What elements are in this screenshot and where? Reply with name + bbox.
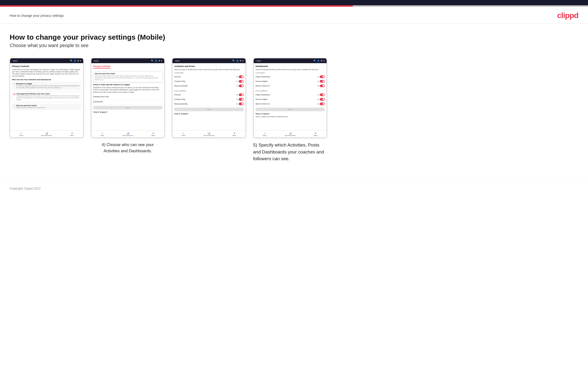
radio-only-you-coach[interactable]: Only You and Your Coach Only you and the…: [12, 103, 81, 110]
help-support-3: Help & Support: [174, 113, 244, 115]
search-icon-3[interactable]: 🔍: [232, 59, 235, 62]
user-icon-1[interactable]: 👤: [74, 59, 76, 62]
tab-menu-3[interactable]: ≡ Menu: [233, 132, 236, 136]
nav-icons-4: 🔍 👤 ⚙ ▾: [313, 59, 325, 62]
dashboards-chevron: ›: [162, 101, 162, 103]
tab-home-3[interactable]: ⌂ Home: [182, 132, 185, 136]
tab-home-2[interactable]: ⌂ Home: [101, 132, 104, 136]
save-button-3[interactable]: Save: [174, 108, 244, 111]
user-icon-4[interactable]: 👤: [317, 59, 320, 62]
menu-label-3: Menu: [233, 135, 236, 136]
followers-rounds-row: Rounds ON: [174, 92, 244, 97]
performance-label-3: My Performance: [204, 135, 214, 136]
radio-approved-followers[interactable]: Only Approved Followers and Your Coach O…: [12, 92, 81, 102]
menu-icon-3: ≡: [234, 132, 235, 134]
followers-round-insights-toggle[interactable]: ON: [317, 98, 325, 101]
more-icon-4[interactable]: ▾: [323, 59, 325, 62]
more-icon-1[interactable]: ▾: [80, 59, 81, 62]
coaches-player-dashboard-toggle[interactable]: ON: [317, 75, 325, 78]
on-label-fm: ON: [236, 103, 238, 105]
toggle-switch-cd[interactable]: [239, 80, 244, 83]
caption-1-2: 4) Choose who can see your Activities an…: [94, 142, 161, 154]
back-button-2[interactable]: ‹ Back: [93, 60, 99, 62]
dashboards-text-4: Select the dashboards that you'd like to…: [256, 68, 325, 71]
coaches-round-insights-label: Round Insights: [256, 80, 268, 82]
tab-performance-1[interactable]: 📊 My Performance: [41, 132, 52, 136]
screenshots-grid: ‹ Back 🔍 👤 ⚙ ▾ Privacy Controls Control …: [10, 58, 327, 162]
more-icon-2[interactable]: ▾: [161, 59, 162, 62]
save-button-2[interactable]: Save: [93, 106, 163, 109]
toggle-switch-fd[interactable]: [239, 98, 244, 101]
help-support-text-4: Visit our Clippd community to troublesho…: [256, 116, 325, 118]
search-icon-1[interactable]: 🔍: [70, 59, 73, 62]
show-hide-title-2: Show or hide specific features in Clippd: [93, 83, 163, 86]
privacy-tab-2[interactable]: Privacy Controls: [93, 65, 111, 68]
radio-label-everyone: Everyone on Clippd: [16, 83, 80, 84]
tab-menu-2[interactable]: ≡ Menu: [152, 132, 155, 136]
toggle-switch-cr[interactable]: [239, 75, 244, 78]
home-label-3: Home: [182, 135, 185, 136]
tab-menu-4[interactable]: ≡ Menu: [314, 132, 318, 136]
coaches-manual-row: Manual Activities ON: [174, 83, 244, 88]
tab-performance-3[interactable]: 📊 My Performance: [204, 132, 214, 136]
home-icon-4: ⌂: [264, 132, 266, 134]
settings-icon-3[interactable]: ⚙: [240, 59, 242, 62]
settings-icon-1[interactable]: ⚙: [77, 59, 79, 62]
tab-home-1[interactable]: ⌂ Home: [19, 132, 23, 136]
activities-posts-title-3: Activities and Posts: [174, 65, 244, 67]
back-button-3[interactable]: ‹ Back: [174, 60, 180, 62]
followers-player-dashboard-toggle[interactable]: ON: [317, 93, 325, 96]
tab-performance-2[interactable]: 📊 My Performance: [123, 132, 133, 136]
followers-drills-toggle[interactable]: ON: [236, 98, 244, 101]
on-label-cww: ON: [317, 85, 319, 87]
coaches-manual-toggle[interactable]: ON: [236, 84, 244, 87]
coaches-label-3: COACHES: [174, 72, 244, 74]
header: How to change your privacy settings clip…: [0, 7, 588, 24]
radio-desc-everyone: Everyone on Clippd can search for you an…: [16, 85, 80, 89]
performance-label-2: My Performance: [123, 135, 133, 136]
toggle-switch-cm[interactable]: [239, 84, 244, 87]
radio-everyone[interactable]: Everyone on Clippd Everyone on Clippd ca…: [12, 82, 81, 90]
on-label-cr: ON: [236, 76, 238, 78]
followers-manual-row: Manual Activities ON: [174, 102, 244, 106]
tab-menu-1[interactable]: ≡ Menu: [70, 132, 74, 136]
toggle-switch-cww[interactable]: [320, 84, 325, 87]
radio-circle-approved: [13, 93, 15, 95]
tab-home-4[interactable]: ⌂ Home: [263, 132, 267, 136]
on-label-cri: ON: [317, 81, 319, 82]
toggle-switch-cpd[interactable]: [320, 75, 325, 78]
settings-icon-4[interactable]: ⚙: [320, 59, 322, 62]
coaches-round-insights-row: Round Insights ON: [256, 79, 325, 83]
back-button-1[interactable]: ‹ Back: [12, 60, 17, 62]
search-icon-4[interactable]: 🔍: [313, 59, 316, 62]
user-icon-3[interactable]: 👤: [236, 59, 239, 62]
phone-content-2: Privacy Controls Only You and Your Coach…: [91, 63, 164, 130]
followers-manual-toggle[interactable]: ON: [236, 103, 244, 105]
toggle-switch-cri[interactable]: [320, 80, 325, 83]
settings-icon-2[interactable]: ⚙: [158, 59, 160, 62]
phone-content-1: Privacy Controls Control how you and you…: [10, 63, 83, 130]
phone-nav-1: ‹ Back 🔍 👤 ⚙ ▾: [10, 58, 83, 63]
search-icon-2[interactable]: 🔍: [151, 59, 154, 62]
followers-label-4: FOLLOWERS: [256, 90, 325, 92]
more-icon-3[interactable]: ▾: [242, 59, 244, 62]
toggle-switch-fri[interactable]: [320, 98, 325, 101]
coaches-rounds-toggle[interactable]: ON: [236, 75, 244, 78]
save-button-4[interactable]: Save: [256, 108, 325, 111]
tab-performance-4[interactable]: 📊 My Performance: [285, 132, 295, 136]
toggle-switch-fm[interactable]: [239, 103, 244, 105]
coaches-what-to-work-toggle[interactable]: ON: [317, 84, 325, 87]
dashboards-row[interactable]: Dashboards ›: [93, 100, 163, 104]
toggle-switch-fpd[interactable]: [320, 93, 325, 96]
coaches-player-dashboard-row: Player Dashboard ON: [256, 75, 325, 79]
followers-rounds-toggle[interactable]: ON: [236, 93, 244, 96]
activities-posts-row[interactable]: Activities and Posts ›: [93, 94, 163, 100]
toggle-switch-fr[interactable]: [239, 93, 244, 96]
home-label-1: Home: [19, 135, 23, 136]
followers-what-to-work-toggle[interactable]: ON: [317, 103, 325, 105]
toggle-switch-fww[interactable]: [320, 103, 325, 105]
user-icon-2[interactable]: 👤: [155, 59, 157, 62]
coaches-round-insights-toggle[interactable]: ON: [317, 80, 325, 83]
back-button-4[interactable]: ‹ Back: [256, 60, 261, 62]
coaches-drills-toggle[interactable]: ON: [236, 80, 244, 83]
